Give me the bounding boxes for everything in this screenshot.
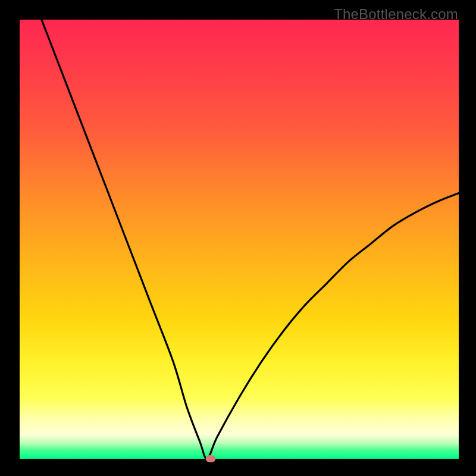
- optimum-marker: [206, 455, 216, 462]
- plot-area: [20, 20, 459, 459]
- bottleneck-curve: [42, 20, 459, 459]
- chart-container: TheBottleneck.com: [0, 0, 476, 476]
- curve-svg: [20, 20, 459, 459]
